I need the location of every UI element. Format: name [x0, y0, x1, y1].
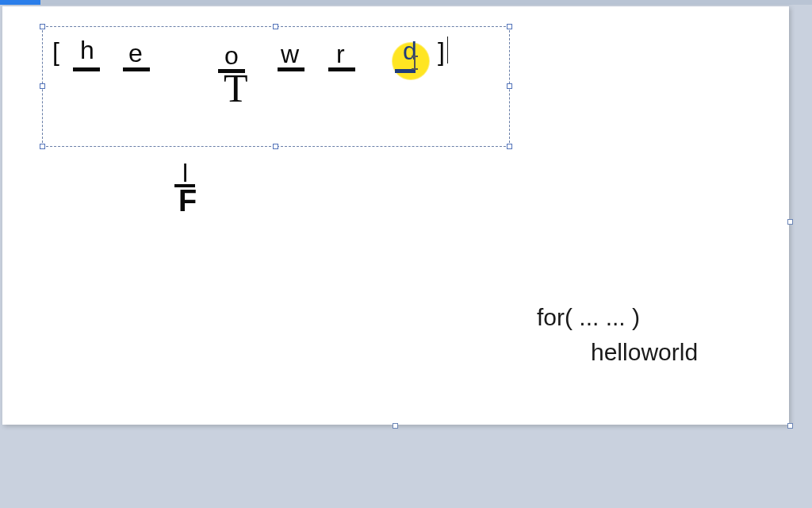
selected-textbox[interactable]: [ ] h e o T w r d: [42, 26, 510, 147]
resize-handle-middle-left[interactable]: [40, 83, 45, 89]
page-resize-handle-bottom-right[interactable]: [787, 423, 793, 429]
pointer-T-icon: T: [224, 68, 248, 108]
array-slot-bar: [328, 67, 355, 71]
array-letter-r: r: [336, 41, 345, 67]
text-cursor-icon: [414, 57, 416, 68]
document-page[interactable]: [ ] h e o T w r d l F for( ... ... ) h: [2, 6, 789, 425]
code-line-for: for( ... ... ): [537, 304, 640, 331]
resize-handle-top-left[interactable]: [40, 24, 45, 29]
resize-handle-middle-right[interactable]: [507, 83, 512, 89]
pointer2-glyph-strike: [174, 184, 195, 187]
resize-handle-top-right[interactable]: [507, 24, 512, 29]
resize-handle-bottom-left[interactable]: [40, 144, 45, 149]
array-slot-bar: [123, 67, 150, 71]
code-line-helloworld: helloworld: [591, 339, 698, 366]
pointer2-top-letter: l: [182, 160, 188, 186]
resize-handle-top-middle[interactable]: [273, 24, 278, 29]
pointer2-glyph-letter: F: [178, 184, 197, 217]
bracket-open: [: [52, 39, 59, 64]
pointer2-glyph: F: [178, 186, 197, 216]
array-letter-e: e: [128, 40, 143, 66]
resize-handle-bottom-middle[interactable]: [273, 144, 278, 149]
page-resize-handle-right[interactable]: [787, 219, 793, 225]
bracket-close: ]: [438, 39, 445, 64]
resize-handle-bottom-right[interactable]: [507, 144, 512, 149]
array-slot-bar: [278, 67, 304, 71]
array-letter-h: h: [80, 37, 94, 63]
page-resize-handle-bottom[interactable]: [393, 423, 398, 429]
array-letter-o: o: [224, 43, 239, 68]
text-caret: [447, 37, 448, 64]
array-letter-w: w: [281, 41, 299, 67]
array-slot-bar: [73, 67, 100, 71]
window-chrome: [0, 0, 812, 5]
